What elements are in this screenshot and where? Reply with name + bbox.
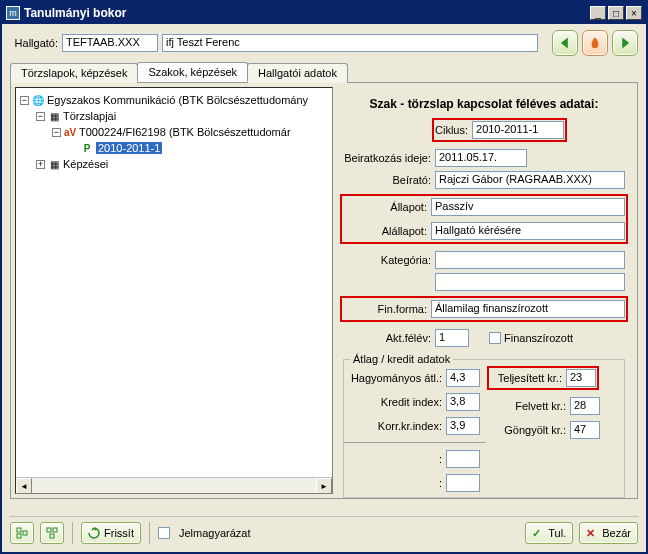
extra-field[interactable] bbox=[435, 273, 625, 291]
telj-field[interactable]: 23 bbox=[566, 369, 596, 387]
tree-node-torzslapjai[interactable]: Törzslapjai bbox=[63, 110, 116, 122]
globe-icon: 🌐 bbox=[31, 94, 45, 106]
tree-node-selected[interactable]: 2010-2011-1 bbox=[96, 142, 162, 154]
allapot-field[interactable]: Passzív bbox=[431, 198, 625, 216]
app-icon: m bbox=[6, 6, 20, 20]
hagy-label: Hagyományos átl.: bbox=[350, 372, 442, 384]
tree-node-kepzesei[interactable]: Képzései bbox=[63, 158, 108, 170]
tree-h-scrollbar[interactable]: ◄ ► bbox=[16, 477, 332, 493]
tab-torzslapok[interactable]: Törzslapok, képzések bbox=[10, 63, 138, 83]
gong-label: Göngyölt kr.: bbox=[490, 424, 566, 436]
finforma-field[interactable]: Államilag finanszírozott bbox=[431, 300, 625, 318]
section-title: Szak - törzslap kapcsolat féléves adatai… bbox=[343, 97, 625, 111]
hallgato-label: Hallgató: bbox=[10, 37, 58, 49]
empty2-label: : bbox=[350, 477, 442, 489]
tree-expand-icon[interactable]: + bbox=[36, 160, 45, 169]
nav-fire-button[interactable] bbox=[582, 30, 608, 56]
tab-hallgatoi[interactable]: Hallgatói adatok bbox=[247, 63, 348, 83]
bezar-button[interactable]: Bezár bbox=[579, 522, 638, 544]
minimize-button[interactable]: _ bbox=[590, 6, 606, 20]
finforma-label: Fin.forma: bbox=[343, 303, 427, 315]
empty2-field[interactable] bbox=[446, 474, 480, 492]
svg-rect-5 bbox=[50, 534, 54, 538]
felv-label: Felvett kr.: bbox=[490, 400, 566, 412]
beirato-field[interactable]: Rajczi Gábor (RAGRAAB.XXX) bbox=[435, 171, 625, 189]
tree-node-t000224[interactable]: T000224/FI62198 (BTK Bölcsészettudomár bbox=[79, 126, 291, 138]
scroll-left-icon[interactable]: ◄ bbox=[16, 478, 32, 494]
av-icon: aV bbox=[63, 126, 77, 138]
scroll-right-icon[interactable]: ► bbox=[316, 478, 332, 494]
felv-field[interactable]: 28 bbox=[570, 397, 600, 415]
titlebar: m Tanulmányi bokor _ □ × bbox=[2, 2, 646, 24]
svg-rect-4 bbox=[53, 528, 57, 532]
frissit-button[interactable]: Frissít bbox=[81, 522, 141, 544]
hallgato-code-field[interactable]: TEFTAAB.XXX bbox=[62, 34, 158, 52]
gong-field[interactable]: 47 bbox=[570, 421, 600, 439]
kredit-field[interactable]: 3,8 bbox=[446, 393, 480, 411]
tree-collapse-icon[interactable]: − bbox=[52, 128, 61, 137]
maximize-button[interactable]: □ bbox=[608, 6, 624, 20]
hagy-field[interactable]: 4,3 bbox=[446, 369, 480, 387]
ciklus-label: Ciklus: bbox=[435, 124, 468, 136]
telj-label: Teljesített kr.: bbox=[490, 372, 562, 384]
empty1-field[interactable] bbox=[446, 450, 480, 468]
group-legend: Átlag / kredit adatok bbox=[350, 353, 453, 365]
korr-field[interactable]: 3,9 bbox=[446, 417, 480, 435]
close-button[interactable]: × bbox=[626, 6, 642, 20]
finanszirozott-label: Finanszírozott bbox=[504, 332, 573, 344]
tree-collapse-icon[interactable]: − bbox=[20, 96, 29, 105]
kategoria-label: Kategória: bbox=[343, 254, 431, 266]
nav-next-button[interactable] bbox=[612, 30, 638, 56]
tab-strip: Törzslapok, képzések Szakok, képzések Ha… bbox=[10, 62, 638, 83]
window-title: Tanulmányi bokor bbox=[24, 6, 588, 20]
atlag-kredit-group: Átlag / kredit adatok Hagyományos átl.:4… bbox=[343, 359, 625, 498]
allapot-label: Állapot: bbox=[343, 201, 427, 213]
kredit-label: Kredit index: bbox=[350, 396, 442, 408]
svg-rect-1 bbox=[17, 534, 21, 538]
grid-icon: ▦ bbox=[47, 110, 61, 122]
svg-rect-3 bbox=[47, 528, 51, 532]
tree-node-root[interactable]: Egyszakos Kommunikáció (BTK Bölcsészettu… bbox=[47, 94, 308, 106]
svg-rect-2 bbox=[23, 531, 27, 535]
alallapot-label: Alállapot: bbox=[343, 225, 427, 237]
jelmagyarazat-label: Jelmagyarázat bbox=[179, 527, 251, 539]
alallapot-field[interactable]: Hallgató kérésére bbox=[431, 222, 625, 240]
beiratkozas-field[interactable]: 2011.05.17. bbox=[435, 149, 527, 167]
aktfelev-label: Akt.félév: bbox=[343, 332, 431, 344]
beiratkozas-label: Beiratkozás ideje: bbox=[343, 152, 431, 164]
tab-szakok[interactable]: Szakok, képzések bbox=[137, 62, 248, 82]
empty1-label: : bbox=[350, 453, 442, 465]
grid-icon: ▦ bbox=[47, 158, 61, 170]
tree-pane[interactable]: − 🌐 Egyszakos Kommunikáció (BTK Bölcsész… bbox=[15, 87, 333, 494]
tree-collapse-icon[interactable]: − bbox=[36, 112, 45, 121]
jelmagyarazat-checkbox[interactable] bbox=[158, 527, 170, 539]
tree-expand-all-button[interactable] bbox=[40, 522, 64, 544]
svg-rect-0 bbox=[17, 528, 21, 532]
nav-prev-button[interactable] bbox=[552, 30, 578, 56]
kategoria-field[interactable] bbox=[435, 251, 625, 269]
aktfelev-field[interactable]: 1 bbox=[435, 329, 469, 347]
finanszirozott-checkbox[interactable] bbox=[489, 332, 501, 344]
korr-label: Korr.kr.index: bbox=[350, 420, 442, 432]
hallgato-name-field[interactable]: ifj Teszt Ferenc bbox=[162, 34, 538, 52]
tul-button[interactable]: Tul. bbox=[525, 522, 573, 544]
beirato-label: Beírató: bbox=[343, 174, 431, 186]
tree-collapse-all-button[interactable] bbox=[10, 522, 34, 544]
ciklus-field[interactable]: 2010-2011-1 bbox=[472, 121, 564, 139]
p-icon: P bbox=[80, 142, 94, 154]
